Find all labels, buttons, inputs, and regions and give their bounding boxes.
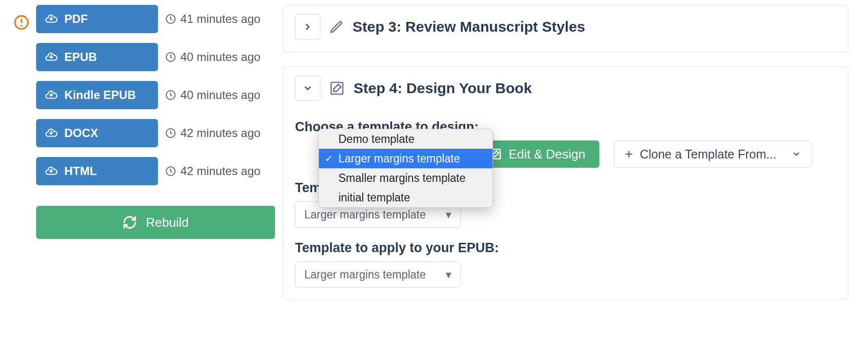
clone-template-button[interactable]: + Clone a Template From... xyxy=(614,140,812,168)
format-label: EPUB xyxy=(64,50,97,64)
clock-icon xyxy=(165,13,177,25)
cloud-download-icon xyxy=(45,165,58,178)
step-4-title: Step 4: Design Your Book xyxy=(354,80,532,97)
build-sidebar: PDF 41 minutes ago EPUB xyxy=(14,5,267,300)
step-3-card: Step 3: Review Manuscript Styles xyxy=(283,5,848,53)
template-option-larger-margins[interactable]: ✓ Larger margins template xyxy=(319,149,493,168)
build-time: 40 minutes ago xyxy=(165,50,260,64)
clock-icon xyxy=(165,165,177,177)
step-4-toggle[interactable] xyxy=(295,76,320,101)
refresh-icon xyxy=(122,215,137,230)
download-pdf-button[interactable]: PDF xyxy=(36,5,158,33)
cloud-download-icon xyxy=(45,13,58,25)
caret-down-icon: ▾ xyxy=(446,268,452,281)
step-3-title: Step 3: Review Manuscript Styles xyxy=(353,19,585,35)
download-kindle-epub-button[interactable]: Kindle EPUB xyxy=(36,81,158,109)
edit-design-label: Edit & Design xyxy=(509,147,586,162)
epub-template-select[interactable]: Larger margins template ▾ xyxy=(295,261,461,288)
edit-square-icon xyxy=(329,80,345,96)
build-time: 42 minutes ago xyxy=(165,126,260,140)
chevron-down-icon xyxy=(792,150,801,158)
template-option-initial[interactable]: initial template xyxy=(319,188,493,207)
download-docx-button[interactable]: DOCX xyxy=(36,119,158,147)
clock-icon xyxy=(165,127,177,139)
format-label: DOCX xyxy=(64,126,98,140)
pencil-icon xyxy=(329,20,344,34)
svg-point-2 xyxy=(20,25,22,27)
rebuild-label: Rebuild xyxy=(146,215,189,230)
cloud-download-icon xyxy=(45,127,58,139)
step-3-toggle[interactable] xyxy=(295,14,320,40)
download-epub-button[interactable]: EPUB xyxy=(36,43,158,71)
build-time: 42 minutes ago xyxy=(165,164,260,178)
check-icon: ✓ xyxy=(325,153,333,164)
rebuild-button[interactable]: Rebuild xyxy=(36,206,275,239)
template-option-demo[interactable]: Demo template xyxy=(319,129,493,149)
chevron-down-icon xyxy=(303,83,313,93)
format-label: PDF xyxy=(64,12,88,26)
format-label: Kindle EPUB xyxy=(64,88,136,102)
template-dropdown-popup: Demo template ✓ Larger margins template … xyxy=(318,129,493,208)
format-label: HTML xyxy=(64,164,97,178)
svg-rect-8 xyxy=(331,82,343,94)
template-option-smaller-margins[interactable]: Smaller margins template xyxy=(319,168,493,188)
download-html-button[interactable]: HTML xyxy=(36,157,158,185)
epub-template-label: Template to apply to your EPUB: xyxy=(295,240,836,256)
clock-icon xyxy=(165,51,177,63)
plus-icon: + xyxy=(625,146,633,162)
build-time: 40 minutes ago xyxy=(165,88,260,102)
caret-down-icon: ▾ xyxy=(446,208,452,221)
chevron-right-icon xyxy=(303,22,313,32)
cloud-download-icon xyxy=(45,89,58,101)
warning-icon xyxy=(14,15,29,30)
clone-label: Clone a Template From... xyxy=(640,147,776,161)
cloud-download-icon xyxy=(45,51,58,63)
build-time: 41 minutes ago xyxy=(165,12,260,26)
edit-design-button[interactable]: Edit & Design xyxy=(475,140,599,168)
clock-icon xyxy=(165,89,177,101)
